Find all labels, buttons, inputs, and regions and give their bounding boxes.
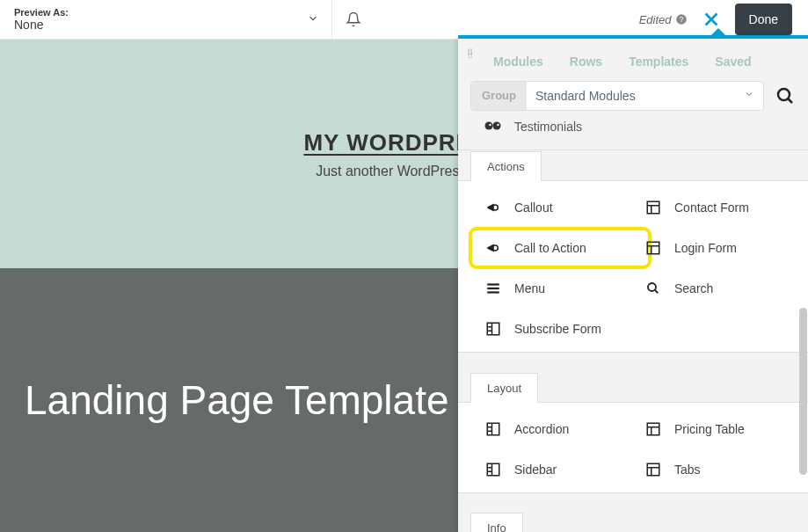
- svg-rect-11: [647, 201, 659, 214]
- module-item-call-to-action[interactable]: Call to Action: [476, 234, 644, 262]
- module-item-label: Call to Action: [514, 241, 586, 255]
- edited-status: Edited ?: [639, 13, 688, 26]
- drag-handle-icon[interactable]: ⠿⠿: [467, 51, 474, 58]
- svg-rect-23: [487, 323, 499, 335]
- search-button[interactable]: [775, 85, 796, 106]
- svg-point-9: [497, 124, 499, 127]
- testimonials-icon: [484, 120, 502, 133]
- close-icon: [702, 10, 721, 29]
- form-icon: [644, 199, 662, 216]
- module-item-sidebar[interactable]: Sidebar: [484, 461, 636, 478]
- group-value: Standard Modules: [527, 82, 735, 110]
- builder-panel: ⠿⠿ Modules Rows Templates Saved Group St…: [458, 35, 808, 532]
- form-icon: [644, 420, 662, 438]
- module-item-label: Testimonials: [514, 120, 582, 134]
- module-item-label: Pricing Table: [674, 422, 745, 436]
- module-item-label: Accordion: [514, 422, 569, 436]
- module-item-tabs[interactable]: Tabs: [644, 461, 796, 478]
- layout-grid: Accordion Pricing Table Sidebar Tabs: [484, 420, 796, 478]
- svg-line-22: [655, 290, 658, 293]
- svg-rect-15: [647, 242, 659, 254]
- actions-grid: Callout Contact Form Call to Action Logi…: [484, 199, 796, 338]
- tab-modules[interactable]: Modules: [493, 55, 543, 69]
- svg-point-7: [493, 122, 501, 130]
- module-item-label: Login Form: [674, 241, 737, 255]
- section-head-layout: Layout: [458, 372, 808, 402]
- svg-rect-27: [487, 423, 499, 435]
- svg-rect-34: [487, 463, 499, 476]
- svg-point-21: [648, 283, 656, 291]
- svg-rect-31: [647, 423, 659, 435]
- megaphone-icon: [484, 239, 502, 257]
- module-item-label: Search: [674, 281, 713, 295]
- preview-as-label: Preview As:: [14, 7, 317, 18]
- module-item-label: Callout: [514, 200, 553, 215]
- module-item-label: Tabs: [674, 463, 701, 477]
- svg-rect-38: [647, 463, 659, 476]
- section-tab-layout[interactable]: Layout: [470, 373, 538, 403]
- sidebar-icon: [484, 461, 502, 478]
- panel-scroll-area[interactable]: Testimonials Actions Callout Contact For…: [458, 120, 808, 532]
- tab-templates[interactable]: Templates: [629, 55, 688, 69]
- section-body-layout: Accordion Pricing Table Sidebar Tabs: [458, 402, 808, 493]
- module-item-callout[interactable]: Callout: [484, 199, 636, 216]
- group-select[interactable]: Group Standard Modules: [470, 81, 764, 111]
- form-icon: [644, 461, 662, 478]
- section-body-actions: Callout Contact Form Call to Action Logi…: [458, 180, 808, 353]
- preview-as-value: None: [14, 18, 317, 32]
- svg-line-5: [789, 99, 793, 104]
- notifications-button[interactable]: [332, 0, 375, 39]
- module-item-accordion[interactable]: Accordion: [484, 420, 636, 438]
- scrollbar-thumb[interactable]: [799, 308, 807, 475]
- tab-rows[interactable]: Rows: [570, 55, 602, 69]
- module-item-search[interactable]: Search: [644, 280, 796, 297]
- sidebar-icon: [484, 420, 502, 438]
- page-area: MY WORDPRESS Just another WordPress site…: [0, 40, 808, 532]
- section-tab-info[interactable]: Info: [470, 513, 523, 532]
- chevron-down-icon: [735, 82, 763, 110]
- toolbar-spacer: [375, 0, 639, 39]
- bell-icon: [346, 11, 361, 27]
- module-item-contact-form[interactable]: Contact Form: [644, 199, 796, 216]
- section-head-info: Info: [458, 513, 808, 532]
- close-panel-button[interactable]: [702, 10, 721, 29]
- section-tab-actions[interactable]: Actions: [470, 151, 542, 181]
- chevron-down-icon: [307, 12, 319, 25]
- module-item-pricing-table[interactable]: Pricing Table: [644, 420, 796, 438]
- done-button[interactable]: Done: [735, 4, 792, 35]
- page-title: Landing Page Template: [25, 376, 449, 424]
- module-item-label: Contact Form: [674, 200, 749, 215]
- megaphone-icon: [484, 199, 502, 216]
- module-item-label: Subscribe Form: [514, 322, 601, 336]
- module-item-menu[interactable]: Menu: [484, 280, 636, 297]
- tab-saved[interactable]: Saved: [715, 55, 751, 69]
- section-head-actions: Actions: [458, 150, 808, 180]
- panel-arrow: [710, 28, 727, 37]
- search-icon: [775, 85, 796, 106]
- search-icon: [644, 280, 662, 297]
- svg-text:?: ?: [679, 16, 683, 24]
- sidebar-icon: [484, 320, 502, 338]
- module-item-testimonials[interactable]: Testimonials: [458, 120, 808, 150]
- group-chip: Group: [471, 82, 527, 110]
- module-item-subscribe-form[interactable]: Subscribe Form: [484, 320, 636, 338]
- module-item-label: Menu: [514, 281, 545, 295]
- menu-icon: [484, 280, 502, 297]
- section-gap: [458, 353, 808, 372]
- svg-point-4: [778, 89, 790, 100]
- top-toolbar: Preview As: None Edited ? Done: [0, 0, 808, 40]
- panel-filter-row: Group Standard Modules: [458, 81, 808, 120]
- module-item-label: Sidebar: [514, 463, 557, 477]
- panel-tabs: ⠿⠿ Modules Rows Templates Saved: [458, 39, 808, 81]
- svg-point-8: [489, 124, 491, 127]
- form-icon: [644, 239, 662, 257]
- preview-as-select[interactable]: Preview As: None: [0, 0, 332, 39]
- module-item-login-form[interactable]: Login Form: [644, 239, 796, 257]
- section-gap: [458, 493, 808, 513]
- edited-text: Edited: [639, 13, 672, 26]
- svg-point-6: [485, 122, 493, 130]
- help-icon[interactable]: ?: [675, 13, 688, 26]
